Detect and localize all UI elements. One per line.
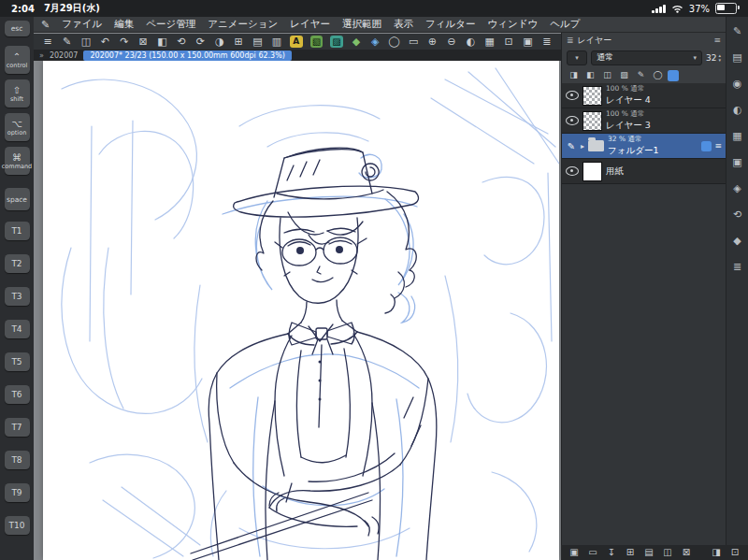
clip-mask-icon[interactable]: ◧ [583,69,597,81]
flip-horizontal-icon[interactable]: ◑ [211,35,228,49]
document-tab[interactable]: 202007 [50,51,79,60]
palette-tool-icon[interactable]: ✎ [729,24,745,38]
canvas-stage[interactable] [34,61,561,560]
tab-chevron-icon[interactable]: » [39,51,44,60]
shift-key[interactable]: ⇧ shift [5,79,30,108]
visibility-eye-icon[interactable] [566,166,579,176]
menu-file[interactable]: ファイル [62,18,102,31]
save-icon[interactable]: ◫ [78,35,94,49]
create-mask-icon[interactable]: ◫ [660,547,675,559]
menu-page-manage[interactable]: ページ管理 [146,18,195,31]
fullscreen-icon[interactable]: ⊡ [727,547,742,559]
layer-thumbnail[interactable] [583,86,602,106]
t3-key[interactable]: T3 [5,287,30,306]
menu-selection[interactable]: 選択範囲 [342,18,381,31]
new-folder-icon[interactable]: ▭ [585,547,600,559]
palette-color-icon[interactable] [668,70,679,81]
palette-color-wheel-icon[interactable]: ◐ [729,103,745,117]
palette-subtool-icon[interactable]: ▤ [729,50,745,65]
clip-logo-icon[interactable]: ✎ [58,35,75,49]
undo-icon[interactable]: ↶ [96,35,113,49]
t4-key[interactable]: T4 [5,320,30,338]
layer-row-folder-1[interactable]: ✎ ▸ 32 % 通常 フォルダー1 ≡ [562,134,726,159]
palette-color-badge[interactable] [701,141,712,151]
lock-alpha-icon[interactable]: ▨ [617,69,631,81]
t2-key[interactable]: T2 [5,254,30,273]
palette-material-icon[interactable]: ◆ [729,234,745,248]
layer-mask-icon[interactable]: ◯ [651,69,665,81]
layer-row-menu-icon[interactable]: ≡ [714,141,722,151]
t8-key[interactable]: T8 [5,451,30,469]
visibility-eye-icon[interactable] [566,116,579,125]
menu-layer[interactable]: レイヤー [290,18,330,31]
space-key[interactable]: space [5,188,30,210]
grid-icon[interactable]: ⊞ [230,35,247,49]
gradient-icon[interactable]: ▧ [310,36,324,48]
palette-info-icon[interactable]: ≣ [729,260,745,274]
opacity-control[interactable]: 32 ▴ ▾ [706,53,721,63]
material-icon[interactable]: ◆ [348,35,365,49]
layer-row-3[interactable]: ✎ ▸ 100 % 通常 レイヤー 3 ≡ [562,108,726,134]
control-key[interactable]: ⌃ control [5,46,30,74]
edit-target-pencil-icon[interactable]: ✎ [566,141,577,151]
layer-row-4[interactable]: ✎ ▸ 100 % 通常 レイヤー 4 ≡ [562,83,726,108]
t5-key[interactable]: T5 [5,352,30,371]
select-border-icon[interactable]: ▦ [481,35,497,49]
menu-icon[interactable]: ≡ [39,35,56,49]
invert-select-icon[interactable]: ◐ [462,35,479,49]
layer-property-icon[interactable]: ▣ [519,35,536,49]
select-remove-icon[interactable]: ⊖ [443,35,460,49]
esc-key[interactable]: esc [5,21,30,36]
lock-layer-icon[interactable]: ◫ [600,69,614,81]
layers-panel-menu-icon[interactable]: ≡ [713,36,721,45]
t7-key[interactable]: T7 [5,418,30,437]
text-tool-icon[interactable]: A [290,36,303,48]
menu-filter[interactable]: フィルター [425,18,475,31]
transfer-layer-icon[interactable]: ↧ [604,547,619,559]
layer-row-paper[interactable]: ✎ ▸ 用紙 ≡ [562,159,726,184]
layer-thumbnail[interactable] [583,162,602,181]
opacity-stepper-icon[interactable]: ▴ ▾ [718,53,721,62]
delete-icon[interactable]: ⊠ [135,35,151,49]
palette-layer-icon[interactable]: ▣ [729,155,745,169]
snap-icon[interactable]: ▥ [268,35,285,49]
lasso-icon[interactable]: ◯ [386,35,403,49]
ruler-icon[interactable]: ▤ [249,35,266,49]
merge-layer-icon[interactable]: ⊞ [623,547,638,559]
tone-icon[interactable]: ▨ [330,36,343,48]
menu-window[interactable]: ウィンドウ [487,18,538,31]
app-logo-icon[interactable]: ✎ [41,19,50,31]
panel-settings-icon[interactable]: ≣ [539,35,555,49]
menu-edit[interactable]: 編集 [114,18,134,31]
palette-navigator-icon[interactable]: ◈ [729,181,745,195]
palette-swatch-dropdown[interactable]: ▾ [567,50,587,65]
palette-color-set-icon[interactable]: ▦ [729,129,745,143]
command-key[interactable]: ⌘ command [5,147,30,175]
delete-layer-icon[interactable]: ⊠ [679,547,694,559]
rotate-right-icon[interactable]: ⟳ [192,35,209,49]
layer-settings-icon[interactable]: ▤ [641,547,656,559]
zoom-fit-icon[interactable]: ⊡ [500,35,517,49]
document-info[interactable]: 202007* 23/23 (150.00 x 150.00mm 600dpi … [83,50,291,61]
blend-mode-dropdown[interactable]: 通常 ▾ [591,50,702,65]
menu-animation[interactable]: アニメーション [208,18,278,31]
select-add-icon[interactable]: ⊕ [424,35,440,49]
layer-blend-icon[interactable]: ◨ [567,69,581,81]
wand-icon[interactable]: ◈ [367,35,383,49]
rotate-left-icon[interactable]: ⟲ [173,35,190,49]
draft-layer-icon[interactable]: ✎ [634,69,648,81]
t9-key[interactable]: T9 [5,483,30,502]
layer-thumbnail[interactable] [583,111,602,131]
menu-view[interactable]: 表示 [394,18,413,31]
palette-history-icon[interactable]: ⟲ [729,208,745,222]
t1-key[interactable]: T1 [5,222,30,240]
marquee-icon[interactable]: ▭ [405,35,422,49]
canvas-page[interactable] [43,61,559,560]
folder-expand-icon[interactable]: ▸ [581,142,584,151]
t6-key[interactable]: T6 [5,385,30,404]
fill-icon[interactable]: ◧ [153,35,170,49]
visibility-eye-icon[interactable] [566,91,579,100]
menu-help[interactable]: ヘルプ [550,18,580,31]
hide-ui-icon[interactable]: ◨ [709,547,724,559]
t10-key[interactable]: T10 [5,516,30,535]
